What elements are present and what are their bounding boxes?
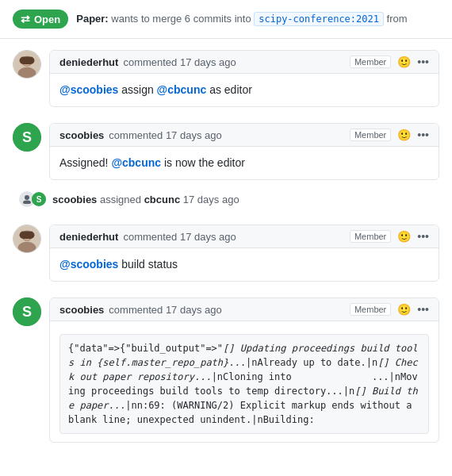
event-icons: S (19, 191, 46, 207)
comment-time: commented 17 days ago (109, 129, 221, 141)
more-options-icon[interactable]: ••• (417, 303, 429, 316)
pr-header: ⇄ Open Paper: wants to merge 6 commits i… (0, 0, 452, 39)
merge-icon: ⇄ (21, 13, 30, 25)
comment-time: commented 17 days ago (109, 304, 221, 316)
scoobies-mini-avatar: S (32, 192, 46, 206)
body-text: build status (121, 258, 178, 271)
more-options-icon[interactable]: ••• (417, 56, 429, 68)
comment-block: deniederhut commented 17 days ago Member… (13, 213, 439, 286)
comment-card: scoobies commented 17 days ago Member 🙂 … (49, 123, 439, 180)
role-badge: Member (350, 303, 391, 316)
assign-event: S scoobies assigned cbcunc 17 days ago (19, 185, 439, 213)
smile-icon[interactable]: 🙂 (397, 56, 411, 68)
avatar-image: S (13, 123, 41, 152)
svg-rect-4 (20, 57, 35, 64)
body-text: assign (121, 83, 156, 96)
paper-label: Paper: (76, 13, 108, 25)
comment-header-right: Member 🙂 ••• (350, 230, 429, 243)
comment-header-right: Member 🙂 ••• (350, 56, 429, 68)
comment-card: deniederhut commented 17 days ago Member… (49, 225, 439, 282)
mention[interactable]: @scoobies (59, 258, 118, 271)
from-text: from (387, 13, 408, 25)
smile-icon[interactable]: 🙂 (397, 129, 411, 141)
system-event-text: scoobies assigned cbcunc 17 days ago (52, 194, 239, 205)
svg-rect-13 (20, 232, 35, 239)
body-text: as editor (209, 83, 252, 96)
comment-body: @scoobies build status (50, 248, 439, 281)
avatar: S (13, 298, 41, 326)
comment-header: scoobies commented 17 days ago Member 🙂 … (50, 298, 439, 321)
comment-header-right: Member 🙂 ••• (350, 129, 429, 141)
avatar (13, 225, 41, 253)
comment-header-left: deniederhut commented 17 days ago (59, 56, 236, 68)
mention[interactable]: @scoobies (59, 83, 118, 96)
comment-header-left: deniederhut commented 17 days ago (59, 231, 236, 243)
body-text: is now the editor (164, 156, 245, 169)
open-badge: ⇄ Open (13, 10, 68, 29)
event-assignee: cbcunc (144, 194, 181, 205)
avatar-image (13, 225, 40, 253)
comment-header-right: Member 🙂 ••• (350, 303, 429, 316)
comment-header: deniederhut commented 17 days ago Member… (50, 225, 439, 248)
role-badge: Member (350, 129, 391, 141)
comment-author: scoobies (59, 304, 104, 316)
event-description: assigned (100, 194, 144, 205)
more-options-icon[interactable]: ••• (417, 230, 429, 243)
svg-text:S: S (22, 129, 32, 145)
person-svg (22, 194, 32, 204)
pr-meta: Paper: wants to merge 6 commits into sci… (76, 12, 439, 26)
mention[interactable]: @cbcunc (111, 156, 161, 169)
comment-header-left: scoobies commented 17 days ago (59, 304, 222, 316)
avatar: S (13, 123, 41, 152)
smile-icon[interactable]: 🙂 (397, 230, 411, 243)
comment-body: @scoobies assign @cbcunc as editor (50, 74, 439, 106)
comment-body: Assigned! @cbcunc is now the editor (50, 147, 439, 179)
spacer (13, 447, 439, 451)
event-actor: scoobies (52, 194, 97, 205)
svg-point-7 (25, 195, 29, 200)
svg-point-8 (23, 201, 31, 205)
avatar (13, 50, 41, 79)
body-text: Assigned! (59, 156, 111, 169)
avatar-image (13, 50, 40, 79)
comment-card: deniederhut commented 17 days ago Member… (49, 50, 439, 107)
merge-text: wants to merge 6 commits into (111, 13, 254, 25)
comment-card: scoobies commented 17 days ago Member 🙂 … (49, 298, 439, 443)
comment-author: scoobies (59, 129, 104, 141)
comment-time: commented 17 days ago (123, 56, 236, 68)
comment-header: deniederhut commented 17 days ago Member… (50, 51, 439, 74)
svg-text:S: S (22, 304, 32, 320)
avatar-image: S (13, 298, 41, 326)
open-label: Open (34, 13, 60, 25)
role-badge: Member (350, 230, 391, 243)
more-options-icon[interactable]: ••• (417, 129, 429, 141)
comment-time: commented 17 days ago (123, 231, 236, 243)
comment-header: scoobies commented 17 days ago Member 🙂 … (50, 124, 439, 147)
mention[interactable]: @cbcunc (157, 83, 207, 96)
role-badge: Member (350, 56, 391, 68)
comment-author: deniederhut (59, 231, 118, 243)
comment-block: deniederhut commented 17 days ago Member… (13, 39, 439, 112)
comment-block: S scoobies commented 17 days ago Member … (13, 286, 439, 447)
comment-body: {"data"=>{"build_output"=>"[] Updating p… (50, 321, 439, 442)
branch-badge[interactable]: scipy-conference:2021 (254, 12, 384, 26)
build-output: {"data"=>{"build_output"=>"[] Updating p… (59, 334, 429, 434)
comment-block: S scoobies commented 17 days ago Member … (13, 112, 439, 185)
timeline: deniederhut commented 17 days ago Member… (0, 39, 452, 451)
smile-icon[interactable]: 🙂 (397, 303, 411, 316)
comment-author: deniederhut (59, 56, 118, 68)
event-time: 17 days ago (183, 194, 239, 205)
comment-header-left: scoobies commented 17 days ago (59, 129, 222, 141)
